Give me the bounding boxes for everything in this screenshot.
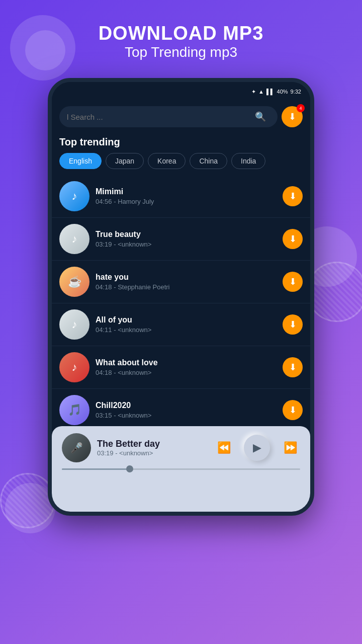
now-playing-title: The Better day — [97, 439, 208, 449]
filter-india[interactable]: India — [231, 153, 265, 169]
song-thumb-5: ♪ — [59, 352, 89, 382]
song-avatar-2: ♪ — [59, 224, 89, 254]
rewind-button[interactable]: ⏪ — [214, 438, 234, 458]
song-item-4[interactable]: ♪ All of you 04:11 - <unknown> ⬇ — [52, 303, 310, 346]
download-btn-1[interactable]: ⬇ — [283, 186, 303, 206]
song-meta-3: 04:18 - Stepphanie Poetri — [96, 283, 277, 291]
now-playing-top: 🎤 The Better day 03:19 - <unknown> ⏪ ▶ ⏩ — [62, 433, 300, 462]
song-meta-6: 03:15 - <unknown> — [96, 412, 277, 419]
song-info-2: True beauty 03:19 - <unknown> — [96, 230, 277, 248]
search-input[interactable] — [67, 113, 255, 121]
song-title-3: hate you — [96, 273, 277, 282]
song-item-2[interactable]: ♪ True beauty 03:19 - <unknown> ⬇ — [52, 218, 310, 261]
now-playing-info: The Better day 03:19 - <unknown> — [97, 439, 208, 457]
search-icon: 🔍 — [255, 111, 266, 122]
song-info-4: All of you 04:11 - <unknown> — [96, 315, 277, 334]
section-title: Top trending — [52, 132, 310, 153]
progress-bar-bg — [62, 468, 300, 470]
song-info-3: hate you 04:18 - Stepphanie Poetri — [96, 273, 277, 291]
song-avatar-1: ♪ — [59, 181, 89, 211]
song-thumb-1: ♪ — [59, 181, 89, 211]
signal-icon: ▌▌ — [266, 89, 275, 95]
download-header-btn[interactable]: ⬇ 4 — [282, 106, 303, 127]
download-btn-4[interactable]: ⬇ — [283, 314, 303, 335]
filter-tabs: English Japan Korea China India — [52, 153, 310, 175]
now-playing-thumbnail: 🎤 — [62, 433, 91, 462]
download-btn-2[interactable]: ⬇ — [283, 229, 303, 249]
song-item-6[interactable]: 🎵 Chill2020 03:15 - <unknown> ⬇ — [52, 389, 310, 432]
song-item-3[interactable]: ☕ hate you 04:18 - Stepphanie Poetri ⬇ — [52, 261, 310, 303]
progress-fill — [62, 468, 129, 470]
song-item-1[interactable]: ♪ Mimimi 04:56 - Hamory July ⬇ — [52, 175, 310, 218]
filter-china[interactable]: China — [190, 153, 227, 169]
fast-forward-button[interactable]: ⏩ — [280, 438, 300, 458]
playback-controls: ⏪ ▶ ⏩ — [214, 435, 300, 461]
progress-bar-wrap[interactable] — [62, 468, 300, 470]
battery-text: 40% — [277, 89, 288, 95]
song-info-1: Mimimi 04:56 - Hamory July — [96, 187, 277, 205]
song-list: ♪ Mimimi 04:56 - Hamory July ⬇ ♪ — [52, 175, 310, 432]
song-meta-4: 04:11 - <unknown> — [96, 326, 277, 334]
now-playing-meta: 03:19 - <unknown> — [97, 449, 208, 457]
song-thumb-3: ☕ — [59, 267, 89, 297]
song-title-5: What about love — [96, 358, 277, 367]
download-btn-5[interactable]: ⬇ — [283, 357, 303, 377]
song-title-1: Mimimi — [96, 187, 277, 196]
song-meta-2: 03:19 - <unknown> — [96, 240, 277, 248]
bg-decoration-2 — [25, 30, 65, 70]
song-avatar-4: ♪ — [59, 309, 89, 340]
song-info-5: What about love 04:18 - <unknown> — [96, 358, 277, 376]
song-thumb-6: 🎵 — [59, 395, 89, 425]
play-button[interactable]: ▶ — [244, 435, 270, 461]
download-btn-6[interactable]: ⬇ — [283, 400, 303, 420]
filter-korea[interactable]: Korea — [148, 153, 186, 169]
song-title-2: True beauty — [96, 230, 277, 239]
song-meta-1: 04:56 - Hamory July — [96, 198, 277, 205]
status-icons: ✦ ▲ ▌▌ 40% 9:32 — [251, 89, 301, 95]
song-avatar-6: 🎵 — [59, 395, 89, 425]
song-avatar-5: ♪ — [59, 352, 89, 382]
song-thumb-2: ♪ — [59, 224, 89, 254]
stripe-decoration-2 — [307, 262, 362, 322]
now-playing-avatar-icon: 🎤 — [70, 442, 83, 454]
song-avatar-3: ☕ — [59, 267, 89, 297]
search-bar[interactable]: 🔍 — [59, 106, 278, 127]
download-btn-3[interactable]: ⬇ — [283, 272, 303, 292]
song-meta-5: 04:18 - <unknown> — [96, 369, 277, 376]
status-bar: ✦ ▲ ▌▌ 40% 9:32 — [52, 82, 310, 101]
song-thumb-4: ♪ — [59, 309, 89, 340]
filter-japan[interactable]: Japan — [106, 153, 144, 169]
download-badge-count: 4 — [297, 104, 305, 112]
song-item-5[interactable]: ♪ What about love 04:18 - <unknown> ⬇ — [52, 346, 310, 389]
phone-content: 🔍 ⬇ 4 Top trending English Japan Korea C… — [52, 101, 310, 512]
song-title-4: All of you — [96, 315, 277, 325]
song-info-6: Chill2020 03:15 - <unknown> — [96, 401, 277, 419]
wifi-icon: ▲ — [258, 89, 264, 95]
phone-frame: ✦ ▲ ▌▌ 40% 9:32 🔍 ⬇ 4 Top trending Engli… — [48, 78, 314, 516]
bluetooth-icon: ✦ — [251, 89, 256, 95]
stripe-decoration-1 — [0, 473, 55, 528]
filter-english[interactable]: English — [59, 153, 102, 169]
time-text: 9:32 — [291, 89, 301, 95]
song-title-6: Chill2020 — [96, 401, 277, 410]
progress-thumb — [126, 465, 133, 472]
now-playing-bar: 🎤 The Better day 03:19 - <unknown> ⏪ ▶ ⏩ — [52, 426, 310, 512]
